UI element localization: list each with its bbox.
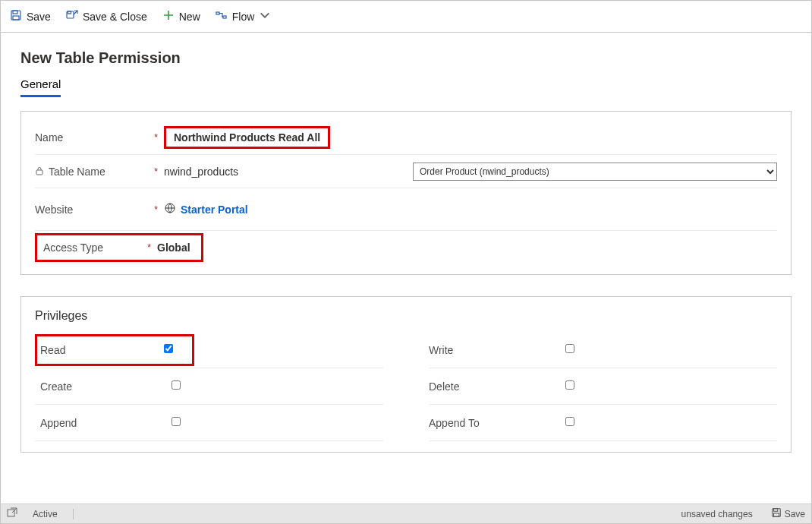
plus-icon — [162, 9, 175, 24]
section-privileges: Privileges Read Create — [20, 296, 792, 453]
status-unsaved: unsaved changes — [681, 509, 753, 519]
new-label: New — [179, 11, 200, 23]
privileges-title: Privileges — [35, 309, 777, 323]
app-frame: Save Save & Close New Flow New Ta — [0, 0, 812, 524]
required-star: * — [154, 132, 164, 143]
field-row-access: Access Type * Global — [35, 230, 777, 264]
flow-icon — [216, 9, 228, 24]
write-checkbox[interactable] — [565, 344, 574, 353]
body-wrap: New Table Permission General Name * — [1, 33, 811, 503]
globe-icon — [164, 202, 176, 216]
table-label: Table Name — [49, 166, 105, 178]
name-value: Northwind Products Read All — [174, 131, 320, 144]
access-value-cell[interactable]: Global — [157, 241, 195, 254]
section-general: Name * Northwind Products Read All — [20, 111, 792, 275]
status-divider — [73, 509, 74, 519]
save-label: Save — [27, 11, 51, 23]
access-highlight: Access Type * Global — [35, 233, 203, 262]
priv-row-write: Write — [429, 332, 777, 368]
priv-row-read: Read — [35, 332, 383, 368]
save-button[interactable]: Save — [10, 9, 51, 24]
flow-label: Flow — [232, 11, 255, 23]
create-checkbox[interactable] — [172, 380, 181, 390]
required-star: * — [154, 166, 164, 177]
website-value[interactable]: Starter Portal — [181, 204, 248, 216]
name-highlight: Northwind Products Read All — [164, 126, 330, 149]
page-title: New Table Permission — [20, 49, 792, 67]
svg-rect-12 — [773, 513, 779, 516]
svg-rect-4 — [68, 11, 71, 14]
priv-row-delete: Delete — [429, 368, 777, 405]
chevron-down-icon — [259, 9, 271, 24]
field-row-table: Table Name * nwind_products Order Produc… — [35, 154, 777, 188]
status-save-button[interactable]: Save — [771, 507, 805, 520]
write-label: Write — [429, 344, 565, 356]
svg-rect-11 — [773, 509, 777, 512]
lock-icon — [35, 166, 44, 178]
access-label: Access Type — [43, 241, 103, 254]
command-bar: Save Save & Close New Flow — [1, 1, 811, 33]
field-row-name: Name * Northwind Products Read All — [35, 121, 777, 154]
appendto-checkbox[interactable] — [565, 417, 574, 426]
new-button[interactable]: New — [162, 9, 200, 24]
read-label: Read — [40, 344, 164, 356]
required-star: * — [154, 204, 164, 215]
name-value-cell[interactable]: Northwind Products Read All — [164, 126, 405, 149]
save-close-button[interactable]: Save & Close — [66, 9, 147, 24]
svg-rect-2 — [13, 16, 19, 20]
save-close-icon — [66, 9, 78, 24]
save-close-label: Save & Close — [83, 11, 147, 23]
table-select[interactable]: Order Product (nwind_products) — [413, 163, 777, 181]
tab-general[interactable]: General — [20, 77, 61, 97]
table-value: nwind_products — [164, 166, 238, 178]
save-icon — [10, 9, 22, 24]
field-row-website: Website * Starter Portal — [35, 188, 777, 230]
status-bar: Active unsaved changes Save — [1, 503, 811, 523]
read-highlight: Read — [35, 334, 194, 366]
status-save-label: Save — [785, 509, 805, 519]
priv-row-create: Create — [35, 368, 383, 405]
svg-rect-9 — [8, 510, 14, 516]
flow-button[interactable]: Flow — [216, 9, 272, 24]
website-label: Website — [35, 204, 73, 216]
access-value: Global — [157, 241, 190, 254]
delete-checkbox[interactable] — [565, 380, 574, 390]
svg-rect-1 — [13, 11, 17, 14]
svg-rect-5 — [216, 12, 219, 14]
name-label: Name — [35, 131, 63, 144]
append-label: Append — [35, 417, 172, 429]
tab-general-label: General — [20, 77, 61, 90]
read-checkbox[interactable] — [164, 344, 173, 353]
svg-rect-7 — [36, 170, 42, 175]
append-checkbox[interactable] — [172, 417, 181, 426]
required-star: * — [147, 242, 157, 253]
priv-row-append: Append — [35, 405, 383, 441]
svg-rect-6 — [223, 16, 226, 18]
delete-label: Delete — [429, 380, 565, 393]
priv-row-appendto: Append To — [429, 405, 777, 441]
status-active[interactable]: Active — [33, 509, 58, 519]
appendto-label: Append To — [429, 417, 565, 429]
save-icon — [771, 507, 782, 520]
website-value-cell[interactable]: Starter Portal — [164, 202, 405, 216]
popout-icon[interactable] — [7, 507, 17, 520]
create-label: Create — [35, 380, 172, 393]
tab-strip: General — [20, 77, 792, 97]
table-value-cell[interactable]: nwind_products — [164, 166, 405, 178]
form-scroll[interactable]: New Table Permission General Name * — [1, 33, 811, 503]
